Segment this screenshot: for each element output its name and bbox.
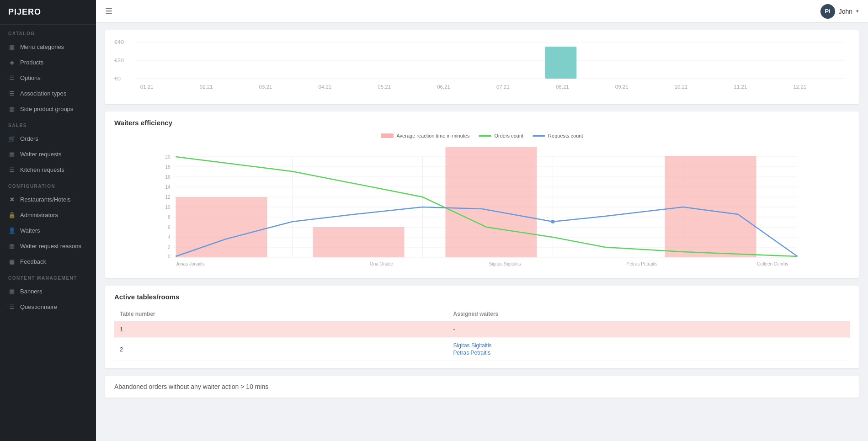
- svg-rect-45: [176, 197, 267, 257]
- legend-orders-line: [479, 135, 491, 137]
- association-types-icon: ☰: [8, 90, 16, 97]
- legend-reaction-time: Average reaction time in minutes: [381, 133, 469, 138]
- svg-text:Petras Petraitis: Petras Petraitis: [627, 261, 658, 266]
- svg-text:01.21: 01.21: [140, 85, 154, 90]
- sidebar-item-orders[interactable]: 🛒Orders: [0, 131, 96, 146]
- sidebar-item-questionnaire[interactable]: ☰Questionnaire: [0, 299, 96, 314]
- sidebar-item-options[interactable]: ☰Options: [0, 70, 96, 85]
- legend-orders-label: Orders count: [494, 133, 523, 138]
- waiter-name-1: Sigitas Sigitaitis: [453, 342, 844, 349]
- menu-categories-icon: ▦: [8, 43, 16, 50]
- sidebar-item-label-orders: Orders: [20, 135, 38, 142]
- waiters-list: Sigitas Sigitaitis Petras Petraitis: [453, 342, 844, 356]
- sidebar-item-administrators[interactable]: 🔒Administrators: [0, 207, 96, 223]
- svg-text:€20: €20: [114, 58, 124, 64]
- sidebar-item-products[interactable]: ◈Products: [0, 54, 96, 70]
- sidebar-item-label-products: Products: [20, 59, 43, 66]
- revenue-svg: €40 €20 €0 01.21 02.21 03.21 04.21 05.21…: [114, 37, 850, 92]
- table-row: 1 -: [114, 321, 850, 338]
- sidebar-item-side-product-groups[interactable]: ▦Side product groups: [0, 101, 96, 117]
- svg-text:10: 10: [165, 205, 170, 210]
- table-number-cell: 2: [114, 338, 448, 361]
- assigned-waiters-cell: Sigitas Sigitaitis Petras Petraitis: [448, 338, 850, 361]
- user-chevron-icon: ▾: [856, 8, 859, 14]
- sidebar-item-menu-categories[interactable]: ▦Menu categories: [0, 39, 96, 54]
- sidebar-item-label-waiter-requests: Waiter requests: [20, 151, 62, 158]
- sidebar-item-label-questionnaire: Questionnaire: [20, 303, 57, 310]
- sidebar-item-feedback[interactable]: ▦Feedback: [0, 254, 96, 269]
- svg-text:07.21: 07.21: [496, 85, 510, 90]
- abandoned-orders-title: Abandoned orders without any waiter acti…: [114, 383, 850, 390]
- legend-requests-label: Requests count: [548, 133, 583, 138]
- sidebar-item-restaurants-hotels[interactable]: ✖Restaurants/Hotels: [0, 191, 96, 207]
- col-table-number: Table number: [114, 307, 448, 321]
- administrators-icon: 🔒: [8, 211, 16, 218]
- svg-rect-6: [545, 47, 576, 79]
- svg-text:Ona Onaite: Ona Onaite: [370, 261, 394, 266]
- main-content: ☰ Pi John ▾ €40 €20 €0: [96, 0, 868, 441]
- sidebar-item-label-feedback: Feedback: [20, 258, 46, 265]
- svg-text:12.21: 12.21: [793, 85, 806, 90]
- waiters-chart-container: 0 2 4 6 8 10 12 14 16 18 20: [119, 143, 845, 271]
- active-tables-title: Active tables/rooms: [114, 293, 850, 301]
- revenue-chart: €40 €20 €0 01.21 02.21 03.21 04.21 05.21…: [114, 37, 850, 97]
- sidebar-item-label-menu-categories: Menu categories: [20, 43, 64, 50]
- svg-text:18: 18: [165, 165, 170, 170]
- user-menu[interactable]: Pi John ▾: [820, 4, 859, 19]
- sidebar-item-kitchen-requests[interactable]: ☰Kitchen requests: [0, 162, 96, 177]
- abandoned-orders-section: Abandoned orders without any waiter acti…: [105, 376, 859, 398]
- sidebar-item-waiter-request-reasons[interactable]: ▦Waiter request reasons: [0, 238, 96, 254]
- svg-text:20: 20: [165, 154, 170, 159]
- svg-text:10.21: 10.21: [675, 85, 688, 90]
- waiters-icon: 👤: [8, 227, 16, 234]
- svg-text:Colleen Combs: Colleen Combs: [757, 261, 788, 266]
- svg-text:06.21: 06.21: [437, 85, 450, 90]
- svg-text:€0: €0: [114, 76, 121, 82]
- sidebar-item-waiters[interactable]: 👤Waiters: [0, 223, 96, 238]
- sidebar-item-label-banners: Banners: [20, 288, 42, 295]
- svg-text:€40: €40: [114, 39, 124, 45]
- sidebar-section-content-management: CONTENT MANAGEMENT: [0, 269, 96, 283]
- kitchen-requests-icon: ☰: [8, 166, 16, 173]
- svg-text:14: 14: [165, 185, 170, 190]
- sidebar-item-banners[interactable]: ▦Banners: [0, 283, 96, 299]
- active-tables-section: Active tables/rooms Table number Assigne…: [105, 286, 859, 368]
- menu-toggle-icon[interactable]: ☰: [105, 6, 112, 16]
- sidebar-section-configuration: CONFIGURATION: [0, 177, 96, 191]
- orders-icon: 🛒: [8, 135, 16, 142]
- legend-orders-count: Orders count: [479, 133, 523, 138]
- banners-icon: ▦: [8, 287, 16, 295]
- svg-text:04.21: 04.21: [318, 85, 331, 90]
- svg-text:08.21: 08.21: [556, 85, 569, 90]
- waiter-requests-icon: ▦: [8, 150, 16, 158]
- restaurants-hotels-icon: ✖: [8, 196, 16, 203]
- svg-rect-48: [665, 156, 756, 257]
- svg-text:16: 16: [165, 175, 170, 180]
- svg-text:09.21: 09.21: [615, 85, 628, 90]
- sidebar-item-label-association-types: Association types: [20, 90, 66, 97]
- sidebar-item-waiter-requests[interactable]: ▦Waiter requests: [0, 146, 96, 162]
- waiter-name-2: Petras Petraitis: [453, 350, 844, 356]
- svg-text:Sigitas Sigitaitis: Sigitas Sigitaitis: [489, 261, 521, 266]
- active-tables-table: Table number Assigned waiters 1 - 2 Sigi…: [114, 307, 850, 361]
- sidebar-item-label-options: Options: [20, 74, 41, 81]
- waiters-efficiency-section: Waiters efficiency Average reaction time…: [105, 112, 859, 278]
- legend-requests-line: [533, 135, 545, 137]
- legend-reaction-box: [381, 133, 394, 138]
- sidebar-item-association-types[interactable]: ☰Association types: [0, 85, 96, 101]
- svg-text:05.21: 05.21: [378, 85, 391, 90]
- topbar: ☰ Pi John ▾: [96, 0, 868, 23]
- waiters-svg: 0 2 4 6 8 10 12 14 16 18 20: [119, 143, 845, 271]
- svg-text:Jonas Jonaitis: Jonas Jonaitis: [176, 261, 205, 266]
- svg-text:11.21: 11.21: [734, 85, 747, 90]
- legend-requests-count: Requests count: [533, 133, 583, 138]
- products-icon: ◈: [8, 58, 16, 66]
- sidebar-item-label-kitchen-requests: Kitchen requests: [20, 166, 64, 173]
- sidebar-item-label-administrators: Administrators: [20, 212, 58, 218]
- sidebar-item-label-side-product-groups: Side product groups: [20, 106, 73, 112]
- revenue-chart-section: €40 €20 €0 01.21 02.21 03.21 04.21 05.21…: [105, 30, 859, 104]
- app-logo: PIJERO: [0, 0, 96, 25]
- avatar: Pi: [820, 4, 835, 19]
- svg-text:12: 12: [165, 195, 170, 200]
- legend-reaction-label: Average reaction time in minutes: [396, 133, 469, 138]
